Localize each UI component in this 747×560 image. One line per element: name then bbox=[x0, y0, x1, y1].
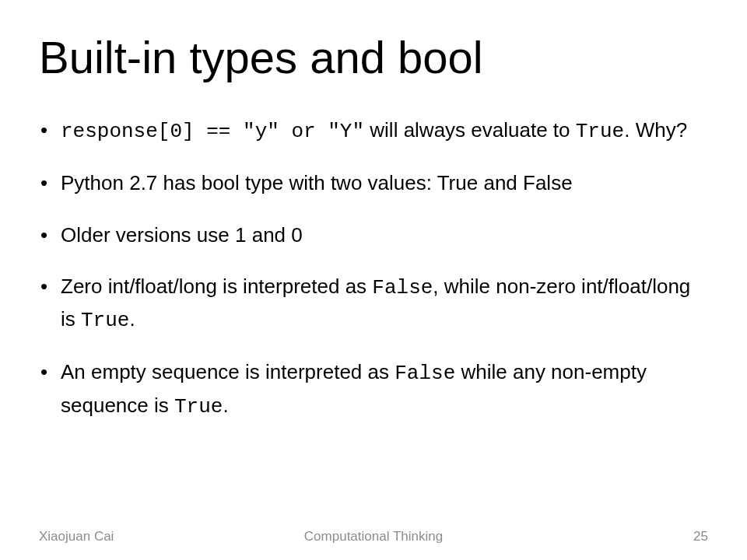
body-text: Python 2.7 has bool type with two values… bbox=[61, 171, 573, 194]
slide: Built-in types and bool response[0] == "… bbox=[0, 0, 747, 560]
body-text: . bbox=[223, 394, 228, 417]
code-text: False bbox=[395, 362, 455, 385]
bullet-item: Zero int/float/long is interpreted as Fa… bbox=[39, 271, 708, 337]
body-text: . bbox=[129, 307, 135, 331]
code-text: True bbox=[576, 120, 624, 143]
footer-page: 25 bbox=[693, 529, 708, 544]
bullet-item: Older versions use 1 and 0 bbox=[39, 219, 708, 250]
bullet-list: response[0] == "y" or "Y" will always ev… bbox=[39, 114, 708, 422]
body-text: Older versions use 1 and 0 bbox=[61, 223, 303, 247]
code-text: True bbox=[81, 309, 129, 332]
footer-course: Computational Thinking bbox=[0, 529, 747, 544]
code-text: True bbox=[174, 395, 223, 418]
code-text: False bbox=[372, 276, 433, 299]
slide-title: Built-in types and bool bbox=[39, 31, 708, 83]
body-text: . Why? bbox=[624, 118, 687, 142]
code-text: response[0] == "y" or "Y" bbox=[61, 120, 364, 143]
bullet-item: Python 2.7 has bool type with two values… bbox=[39, 167, 708, 198]
body-text: An empty sequence is interpreted as bbox=[61, 360, 395, 383]
footer: Xiaojuan Cai Computational Thinking 25 bbox=[0, 529, 747, 548]
body-text: will always evaluate to bbox=[364, 118, 576, 142]
body-text: Zero int/float/long is interpreted as bbox=[61, 275, 372, 298]
bullet-item: An empty sequence is interpreted as Fals… bbox=[39, 356, 708, 422]
bullet-item: response[0] == "y" or "Y" will always ev… bbox=[39, 114, 708, 147]
